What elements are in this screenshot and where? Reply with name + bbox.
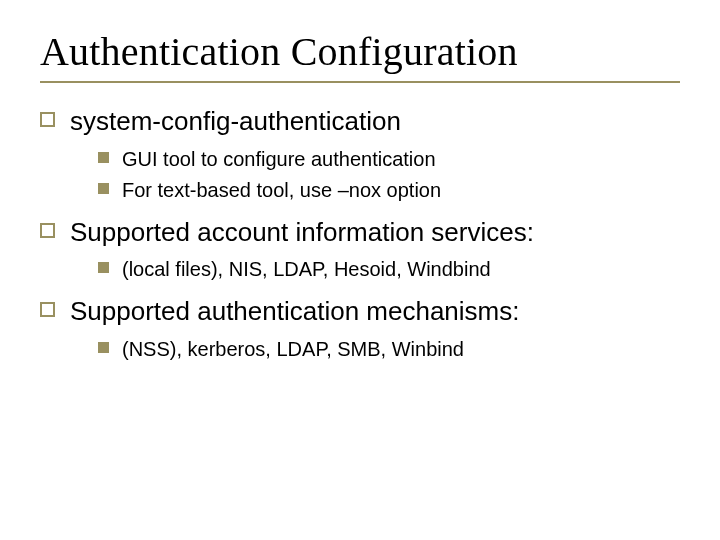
sub-list-item: (local files), NIS, LDAP, Hesoid, Windbi… [98, 256, 680, 283]
hollow-square-icon [40, 302, 55, 317]
list-item-text: Supported authentication mechanisms: [70, 296, 520, 326]
list-item-text: Supported account information services: [70, 217, 534, 247]
list-item-text: system-config-authentication [70, 106, 401, 136]
content-list: system-config-authentication GUI tool to… [40, 105, 680, 363]
filled-square-icon [98, 342, 109, 353]
slide-title: Authentication Configuration [40, 28, 680, 75]
list-item: system-config-authentication GUI tool to… [40, 105, 680, 204]
sub-list-item: GUI tool to configure authentication [98, 146, 680, 173]
sub-list: GUI tool to configure authentication For… [70, 146, 680, 204]
title-underline [40, 81, 680, 83]
sub-list-item-text: (NSS), kerberos, LDAP, SMB, Winbind [122, 338, 464, 360]
sub-list: (NSS), kerberos, LDAP, SMB, Winbind [70, 336, 680, 363]
sub-list-item-text: GUI tool to configure authentication [122, 148, 436, 170]
filled-square-icon [98, 152, 109, 163]
hollow-square-icon [40, 112, 55, 127]
list-item: Supported account information services: … [40, 216, 680, 284]
sub-list: (local files), NIS, LDAP, Hesoid, Windbi… [70, 256, 680, 283]
hollow-square-icon [40, 223, 55, 238]
filled-square-icon [98, 262, 109, 273]
slide: Authentication Configuration system-conf… [0, 0, 720, 540]
sub-list-item-text: For text-based tool, use –nox option [122, 179, 441, 201]
sub-list-item: For text-based tool, use –nox option [98, 177, 680, 204]
filled-square-icon [98, 183, 109, 194]
list-item: Supported authentication mechanisms: (NS… [40, 295, 680, 363]
sub-list-item: (NSS), kerberos, LDAP, SMB, Winbind [98, 336, 680, 363]
sub-list-item-text: (local files), NIS, LDAP, Hesoid, Windbi… [122, 258, 491, 280]
